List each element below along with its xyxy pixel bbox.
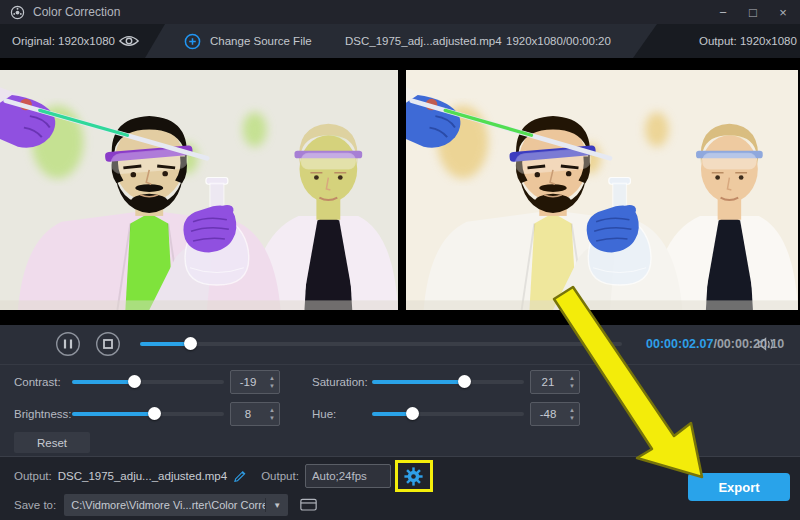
saturation-control: Saturation: 21 ▲▼ bbox=[312, 370, 602, 394]
saturation-spinbox[interactable]: 21 ▲▼ bbox=[530, 370, 580, 394]
seek-knob[interactable] bbox=[184, 337, 197, 350]
saturation-slider[interactable] bbox=[372, 375, 524, 389]
output-settings-row: Output: DSC_1975_adju..._adjusted.mp4 Ou… bbox=[14, 462, 433, 490]
brightness-label: Brightness: bbox=[14, 402, 72, 426]
edit-filename-icon[interactable] bbox=[233, 468, 249, 484]
hue-spin-up-icon[interactable]: ▲ bbox=[569, 407, 575, 414]
contrast-label: Contrast: bbox=[14, 370, 72, 394]
original-video-preview bbox=[0, 70, 398, 310]
stop-button[interactable] bbox=[95, 331, 121, 357]
preview-area bbox=[0, 58, 800, 325]
hue-label: Hue: bbox=[312, 402, 370, 426]
app-logo-icon bbox=[10, 5, 25, 20]
saturation-spin-down-icon[interactable]: ▼ bbox=[569, 383, 575, 390]
bottom-panel: Output: DSC_1975_adju..._adjusted.mp4 Ou… bbox=[0, 456, 800, 520]
output-format-label: Output: bbox=[261, 470, 299, 482]
source-filename: DSC_1975_adj...adjusted.mp4 bbox=[345, 24, 502, 58]
seek-fill bbox=[140, 342, 190, 346]
save-path-value: C:\Vidmore\Vidmore Vi...rter\Color Corre… bbox=[64, 499, 265, 511]
contrast-spinbox[interactable]: -19 ▲▼ bbox=[230, 370, 280, 394]
export-button[interactable]: Export bbox=[688, 473, 790, 501]
hue-knob[interactable] bbox=[406, 407, 419, 420]
volume-icon[interactable] bbox=[757, 336, 776, 352]
brightness-spinbox[interactable]: 8 ▲▼ bbox=[230, 402, 280, 426]
contrast-knob[interactable] bbox=[128, 375, 141, 388]
maximize-button[interactable]: □ bbox=[746, 6, 760, 19]
contrast-control: Contrast: -19 ▲▼ bbox=[14, 370, 304, 394]
hue-spin-down-icon[interactable]: ▼ bbox=[569, 415, 575, 422]
seek-slider[interactable] bbox=[140, 337, 622, 351]
source-info-bar: Original: 1920x1080 Change Source File D… bbox=[0, 24, 800, 58]
output-filename: DSC_1975_adju..._adjusted.mp4 bbox=[58, 470, 227, 482]
gear-highlight-annotation bbox=[395, 460, 433, 492]
window-title: Color Correction bbox=[33, 5, 120, 19]
save-to-row: Save to: C:\Vidmore\Vidmore Vi...rter\Co… bbox=[14, 494, 318, 516]
brightness-control: Brightness: 8 ▲▼ bbox=[14, 402, 304, 426]
brightness-slider[interactable] bbox=[72, 407, 224, 421]
eye-icon[interactable] bbox=[118, 34, 140, 48]
brightness-value: 8 bbox=[231, 408, 265, 420]
output-format-field[interactable] bbox=[305, 464, 391, 488]
hue-value: -48 bbox=[531, 408, 565, 420]
contrast-spin-up-icon[interactable]: ▲ bbox=[269, 375, 275, 382]
browse-folder-icon[interactable] bbox=[300, 497, 318, 513]
seek-track[interactable] bbox=[140, 342, 622, 346]
contrast-spin-down-icon[interactable]: ▼ bbox=[269, 383, 275, 390]
brightness-spin-down-icon[interactable]: ▼ bbox=[269, 415, 275, 422]
saturation-knob[interactable] bbox=[458, 375, 471, 388]
contrast-slider[interactable] bbox=[72, 375, 224, 389]
brightness-knob[interactable] bbox=[148, 407, 161, 420]
output-settings-gear-icon[interactable] bbox=[403, 466, 424, 487]
current-time: 00:00:02.07 bbox=[646, 337, 713, 351]
source-resolution-duration: 1920x1080/00:00:20 bbox=[506, 24, 611, 58]
output-video-preview bbox=[406, 70, 798, 310]
title-bar: Color Correction − □ × bbox=[0, 0, 800, 24]
saturation-spin-up-icon[interactable]: ▲ bbox=[569, 375, 575, 382]
change-source-label: Change Source File bbox=[210, 35, 312, 47]
close-button[interactable]: × bbox=[776, 6, 790, 19]
change-source-file-button[interactable]: Change Source File bbox=[184, 24, 312, 58]
hue-spinbox[interactable]: -48 ▲▼ bbox=[530, 402, 580, 426]
output-label: Output: bbox=[14, 470, 52, 482]
brightness-spin-up-icon[interactable]: ▲ bbox=[269, 407, 275, 414]
save-to-label: Save to: bbox=[14, 499, 56, 511]
output-resolution-label: Output: 1920x1080 bbox=[699, 24, 797, 58]
saturation-value: 21 bbox=[531, 376, 565, 388]
hue-slider[interactable] bbox=[372, 407, 524, 421]
plus-circle-icon bbox=[184, 33, 201, 50]
original-resolution-label: Original: 1920x1080 bbox=[12, 24, 115, 58]
saturation-label: Saturation: bbox=[312, 370, 370, 394]
dropdown-arrow-icon[interactable]: ▼ bbox=[265, 498, 288, 512]
contrast-value: -19 bbox=[231, 376, 265, 388]
minimize-button[interactable]: − bbox=[716, 6, 730, 19]
save-path-combobox[interactable]: C:\Vidmore\Vidmore Vi...rter\Color Corre… bbox=[64, 494, 288, 516]
reset-button[interactable]: Reset bbox=[14, 432, 90, 453]
pause-button[interactable] bbox=[55, 331, 81, 357]
hue-control: Hue: -48 ▲▼ bbox=[312, 402, 602, 426]
